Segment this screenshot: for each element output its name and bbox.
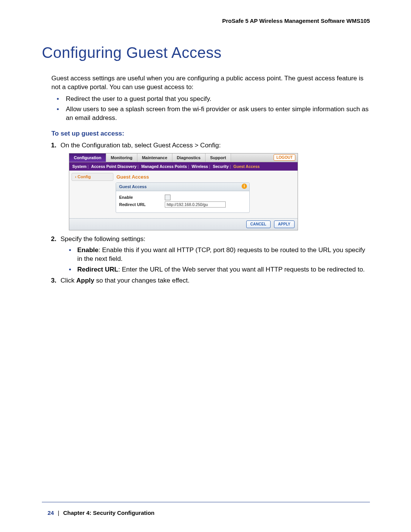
intro-bullet-list: Redirect the user to a guest portal that… [51,95,370,123]
enable-desc: : Enable this if you want all HTTP (TCP,… [77,246,365,262]
body-content: Guest access settings are useful when yo… [51,74,370,288]
embedded-screenshot: Configuration Monitoring Maintenance Dia… [69,153,298,230]
subtab-system[interactable]: System [72,164,89,169]
tab-maintenance[interactable]: Maintenance [137,153,172,162]
box-header: Guest Access i [116,183,249,191]
intro-bullet: Allow users to see a splash screen from … [62,105,370,123]
tab-configuration[interactable]: Configuration [69,153,106,162]
box-body: Enable Redirect URL [116,191,249,212]
step-2-item-enable: Enable: Enable this if you want all HTTP… [75,246,370,264]
tab-monitoring[interactable]: Monitoring [106,153,137,162]
apply-button[interactable]: APPLY [274,220,295,228]
field-label-redirect: Redirect URL [119,202,165,208]
step-2-lead: Specify the following settings: [61,235,145,243]
enable-term: Enable [77,246,99,254]
field-row-enable: Enable [119,195,246,200]
step-3-apply: Apply [76,277,94,284]
page-number: 24 [48,510,54,516]
tab-support[interactable]: Support [206,153,231,162]
redirect-url-input[interactable] [165,201,226,208]
page-footer: 24 | Chapter 4: Security Configuration [48,510,155,516]
info-icon[interactable]: i [242,184,247,189]
content-panel: Guest Access Guest Access i Enable [116,171,298,218]
chapter-label: Chapter 4: Security Configuration [63,510,155,516]
screenshot-footer-bar: CANCEL APPLY [69,218,298,230]
step-3-pre: Click [61,277,76,284]
subtab-security[interactable]: Security [213,164,231,169]
step-1-text: On the Configuration tab, select Guest A… [61,142,221,149]
step-2-sublist: Enable: Enable this if you want all HTTP… [67,246,370,275]
sub-tab-bar: System Access Point Discovery Managed Ac… [69,162,298,171]
procedure-subhead: To set up guest access: [51,129,370,138]
cancel-button[interactable]: CANCEL [246,220,271,228]
step-2-item-url: Redirect URL: Enter the URL of the Web s… [75,265,370,274]
url-desc: : Enter the URL of the Web server that y… [118,266,365,273]
footer-rule [42,502,370,502]
intro-paragraph: Guest access settings are useful when yo… [51,74,370,92]
subtab-guest-access[interactable]: Guest Access [233,164,260,169]
running-header: ProSafe 5 AP Wireless Management Softwar… [222,18,370,24]
footer-separator: | [58,510,59,516]
logout-button[interactable]: LOGOUT [274,154,295,161]
step-3: Click Apply so that your changes take ef… [58,276,370,285]
tab-diagnostics[interactable]: Diagnostics [172,153,206,162]
field-label-enable: Enable [119,195,165,200]
step-3-post: so that your changes take effect. [94,277,190,284]
left-sidebar: Config [69,171,116,218]
sidebar-item-config[interactable]: Config [72,173,113,181]
field-row-redirect: Redirect URL [119,201,246,208]
work-area: Config Guest Access Guest Access i [69,171,298,218]
step-1: On the Configuration tab, select Guest A… [58,141,370,230]
url-term: Redirect URL [77,266,118,273]
subtab-managed-aps[interactable]: Managed Access Points [141,164,189,169]
enable-checkbox[interactable] [165,195,170,200]
top-tab-bar: Configuration Monitoring Maintenance Dia… [69,153,298,162]
subtab-wireless[interactable]: Wireless [192,164,210,169]
procedure-steps: On the Configuration tab, select Guest A… [51,141,370,286]
intro-bullet: Redirect the user to a guest portal that… [62,95,370,104]
step-2: Specify the following settings: Enable: … [58,235,370,275]
subtab-ap-discovery[interactable]: Access Point Discovery [91,164,139,169]
box-header-label: Guest Access [119,184,147,189]
page-title: Configuring Guest Access [42,44,221,61]
guest-access-box: Guest Access i Enable Redirect [116,182,250,213]
panel-title: Guest Access [116,174,294,181]
